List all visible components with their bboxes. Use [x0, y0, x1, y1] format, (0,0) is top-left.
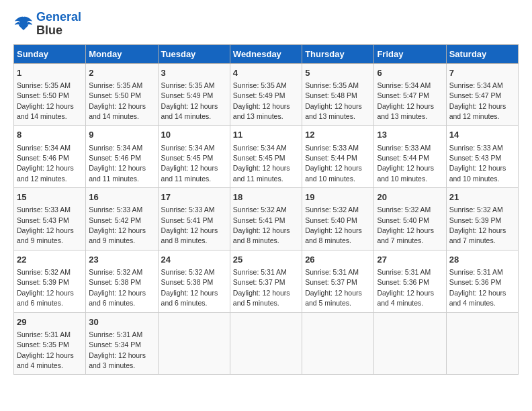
- sunrise-info: Sunrise: 5:34 AM: [377, 81, 431, 89]
- daylight-info: Daylight: 12 hours and 7 minutes.: [377, 226, 434, 244]
- sunset-info: Sunset: 5:36 PM: [449, 278, 502, 286]
- day-number: 1: [17, 67, 83, 79]
- calendar-cell: 25Sunrise: 5:31 AMSunset: 5:37 PMDayligh…: [230, 250, 302, 312]
- calendar-cell: 20Sunrise: 5:32 AMSunset: 5:40 PMDayligh…: [374, 188, 446, 250]
- calendar-cell: 22Sunrise: 5:32 AMSunset: 5:39 PMDayligh…: [14, 250, 86, 312]
- daylight-info: Daylight: 12 hours and 11 minutes.: [161, 164, 218, 182]
- sunrise-info: Sunrise: 5:35 AM: [89, 81, 142, 89]
- day-number: 20: [377, 191, 443, 203]
- day-number: 19: [305, 191, 371, 203]
- sunset-info: Sunset: 5:43 PM: [17, 216, 69, 224]
- sunset-info: Sunset: 5:40 PM: [305, 216, 357, 224]
- sunset-info: Sunset: 5:39 PM: [449, 216, 502, 224]
- calendar-cell: 29Sunrise: 5:31 AMSunset: 5:35 PMDayligh…: [14, 312, 86, 375]
- sunrise-info: Sunrise: 5:33 AM: [377, 144, 431, 152]
- daylight-info: Daylight: 12 hours and 12 minutes.: [449, 102, 506, 120]
- sunset-info: Sunset: 5:50 PM: [89, 91, 141, 99]
- daylight-info: Daylight: 12 hours and 4 minutes.: [17, 351, 74, 369]
- weekday-header-thursday: Thursday: [302, 44, 374, 63]
- calendar-cell: 13Sunrise: 5:33 AMSunset: 5:44 PMDayligh…: [374, 126, 446, 188]
- sunrise-info: Sunrise: 5:32 AM: [305, 205, 359, 214]
- daylight-info: Daylight: 12 hours and 12 minutes.: [17, 164, 74, 182]
- calendar-cell: [230, 312, 302, 375]
- day-number: 14: [449, 129, 515, 141]
- calendar-cell: 16Sunrise: 5:33 AMSunset: 5:42 PMDayligh…: [86, 188, 158, 250]
- day-number: 12: [305, 129, 371, 141]
- day-number: 23: [89, 254, 154, 266]
- sunrise-info: Sunrise: 5:32 AM: [17, 268, 71, 276]
- day-number: 3: [161, 67, 227, 79]
- sunset-info: Sunset: 5:46 PM: [17, 154, 69, 162]
- daylight-info: Daylight: 12 hours and 13 minutes.: [233, 102, 290, 120]
- sunset-info: Sunset: 5:37 PM: [305, 278, 357, 286]
- daylight-info: Daylight: 12 hours and 14 minutes.: [89, 102, 146, 120]
- calendar-cell: 8Sunrise: 5:34 AMSunset: 5:46 PMDaylight…: [14, 126, 86, 188]
- sunrise-info: Sunrise: 5:35 AM: [161, 81, 215, 89]
- sunrise-info: Sunrise: 5:35 AM: [305, 81, 359, 89]
- calendar-week-3: 15Sunrise: 5:33 AMSunset: 5:43 PMDayligh…: [14, 188, 519, 250]
- sunrise-info: Sunrise: 5:32 AM: [233, 205, 287, 214]
- sunrise-info: Sunrise: 5:32 AM: [377, 205, 431, 214]
- sunset-info: Sunset: 5:48 PM: [305, 91, 357, 99]
- day-number: 9: [89, 129, 154, 141]
- calendar-week-5: 29Sunrise: 5:31 AMSunset: 5:35 PMDayligh…: [14, 312, 519, 375]
- calendar-cell: 27Sunrise: 5:31 AMSunset: 5:36 PMDayligh…: [374, 250, 446, 312]
- calendar-cell: 5Sunrise: 5:35 AMSunset: 5:48 PMDaylight…: [302, 63, 374, 126]
- weekday-header-wednesday: Wednesday: [230, 44, 302, 63]
- sunset-info: Sunset: 5:34 PM: [89, 340, 141, 349]
- sunrise-info: Sunrise: 5:34 AM: [17, 144, 71, 152]
- weekday-header-tuesday: Tuesday: [158, 44, 230, 63]
- day-number: 16: [89, 191, 154, 203]
- daylight-info: Daylight: 12 hours and 6 minutes.: [161, 289, 218, 307]
- sunrise-info: Sunrise: 5:31 AM: [449, 268, 503, 276]
- daylight-info: Daylight: 12 hours and 4 minutes.: [377, 289, 434, 307]
- day-number: 15: [17, 191, 83, 203]
- daylight-info: Daylight: 12 hours and 10 minutes.: [305, 164, 362, 182]
- calendar-cell: [374, 312, 446, 375]
- calendar-table: SundayMondayTuesdayWednesdayThursdayFrid…: [13, 44, 519, 375]
- calendar-cell: 19Sunrise: 5:32 AMSunset: 5:40 PMDayligh…: [302, 188, 374, 250]
- daylight-info: Daylight: 12 hours and 6 minutes.: [89, 289, 146, 307]
- daylight-info: Daylight: 12 hours and 5 minutes.: [233, 289, 290, 307]
- sunset-info: Sunset: 5:41 PM: [161, 216, 214, 224]
- weekday-header-saturday: Saturday: [446, 44, 518, 63]
- calendar-week-4: 22Sunrise: 5:32 AMSunset: 5:39 PMDayligh…: [14, 250, 519, 312]
- calendar-cell: 17Sunrise: 5:33 AMSunset: 5:41 PMDayligh…: [158, 188, 230, 250]
- day-number: 6: [377, 67, 443, 79]
- weekday-header-friday: Friday: [374, 44, 446, 63]
- daylight-info: Daylight: 12 hours and 6 minutes.: [17, 289, 74, 307]
- daylight-info: Daylight: 12 hours and 9 minutes.: [89, 226, 146, 244]
- calendar-cell: 3Sunrise: 5:35 AMSunset: 5:49 PMDaylight…: [158, 63, 230, 126]
- calendar-cell: 14Sunrise: 5:33 AMSunset: 5:43 PMDayligh…: [446, 126, 518, 188]
- day-number: 26: [305, 254, 371, 266]
- day-number: 28: [449, 254, 515, 266]
- calendar-cell: 28Sunrise: 5:31 AMSunset: 5:36 PMDayligh…: [446, 250, 518, 312]
- sunset-info: Sunset: 5:38 PM: [89, 278, 141, 286]
- daylight-info: Daylight: 12 hours and 8 minutes.: [161, 226, 218, 244]
- calendar-cell: [158, 312, 230, 375]
- calendar-cell: 7Sunrise: 5:34 AMSunset: 5:47 PMDaylight…: [446, 63, 518, 126]
- daylight-info: Daylight: 12 hours and 13 minutes.: [377, 102, 434, 120]
- sunrise-info: Sunrise: 5:31 AM: [17, 330, 71, 338]
- calendar-cell: 11Sunrise: 5:34 AMSunset: 5:45 PMDayligh…: [230, 126, 302, 188]
- daylight-info: Daylight: 12 hours and 8 minutes.: [305, 226, 362, 244]
- day-number: 24: [161, 254, 227, 266]
- sunset-info: Sunset: 5:37 PM: [233, 278, 285, 286]
- day-number: 25: [233, 254, 299, 266]
- calendar-cell: 21Sunrise: 5:32 AMSunset: 5:39 PMDayligh…: [446, 188, 518, 250]
- sunset-info: Sunset: 5:47 PM: [449, 91, 502, 99]
- weekday-header-sunday: Sunday: [14, 44, 86, 63]
- sunrise-info: Sunrise: 5:31 AM: [89, 330, 142, 338]
- sunset-info: Sunset: 5:44 PM: [377, 154, 429, 162]
- sunset-info: Sunset: 5:38 PM: [161, 278, 214, 286]
- day-number: 21: [449, 191, 515, 203]
- calendar-cell: 23Sunrise: 5:32 AMSunset: 5:38 PMDayligh…: [86, 250, 158, 312]
- sunset-info: Sunset: 5:45 PM: [161, 154, 214, 162]
- sunrise-info: Sunrise: 5:31 AM: [305, 268, 359, 276]
- sunrise-info: Sunrise: 5:32 AM: [161, 268, 215, 276]
- day-number: 18: [233, 191, 299, 203]
- calendar-cell: 12Sunrise: 5:33 AMSunset: 5:44 PMDayligh…: [302, 126, 374, 188]
- daylight-info: Daylight: 12 hours and 9 minutes.: [17, 226, 74, 244]
- sunset-info: Sunset: 5:44 PM: [305, 154, 357, 162]
- sunset-info: Sunset: 5:45 PM: [233, 154, 285, 162]
